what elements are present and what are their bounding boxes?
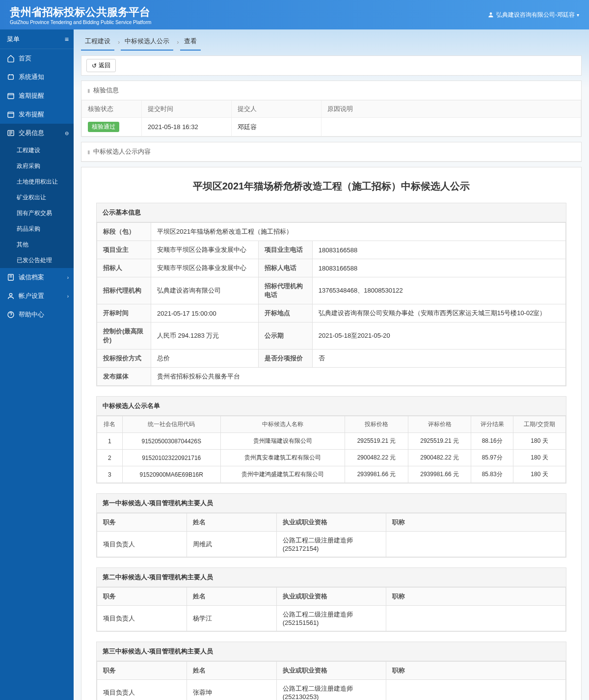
table-row: 项目负责人杨学江公路工程二级注册建造师(252151561): [97, 606, 566, 631]
sidebar-sub-item[interactable]: 工程建设: [0, 142, 74, 158]
verify-table: 核验状态 提交时间 提交人 原因说明 核验通过 2021-05-18 16:32…: [81, 100, 581, 136]
verify-panel-title: 核验信息: [81, 81, 581, 100]
content-panel-title: 中标候选人公示内容: [81, 142, 581, 162]
candidates-table: 排名统一社会信用代码中标候选人名称投标价格评标价格评分结果工期/交货期 1915…: [97, 416, 566, 483]
sidebar-sub-item[interactable]: 矿业权出让: [0, 189, 74, 205]
back-icon: ↺: [92, 62, 97, 69]
app-header: 贵州省招标投标公共服务平台 GuiZhou Province Tendering…: [0, 0, 589, 29]
breadcrumb-item[interactable]: 查看: [180, 37, 201, 51]
sidebar-item-help[interactable]: 帮助中心: [0, 305, 74, 324]
personnel-section: 第二中标候选人-项目管理机构主要人员职务姓名执业或职业资格职称项目负责人杨学江公…: [96, 567, 566, 632]
header-user[interactable]: 弘典建设咨询有限公司-邓廷容 ▾: [487, 11, 579, 19]
table-header: 评分结果: [471, 416, 513, 433]
sidebar-sub-item[interactable]: 其他: [0, 237, 74, 252]
menu-toggle-icon[interactable]: ≡: [65, 29, 69, 49]
verify-th: 核验状态: [82, 101, 142, 118]
table-row: 项目负责人周维武公路工程二级注册建造师(252172154): [97, 532, 566, 557]
app-title-en: GuiZhou Province Tendering and Bidding P…: [10, 20, 151, 25]
chevron-down-icon: ⊖: [65, 131, 69, 136]
table-header: 投标价格: [345, 416, 408, 433]
section-title: 第一中标候选人-项目管理机构主要人员: [97, 494, 566, 513]
chevron-right-icon: ›: [67, 275, 69, 280]
table-header: 评标价格: [408, 416, 471, 433]
chevron-right-icon: ›: [67, 294, 69, 299]
table-row: 2915201023220921716贵州真安泰建筑工程有限公司2900482.…: [97, 450, 566, 466]
table-row: 项目负责人张蓉坤公路工程二级注册建造师(252130253): [97, 680, 566, 700]
app-title-zh: 贵州省招标投标公共服务平台: [10, 5, 151, 20]
personnel-section: 第三中标候选人-项目管理机构主要人员职务姓名执业或职业资格职称项目负责人张蓉坤公…: [96, 642, 566, 700]
verify-th: 原因说明: [321, 101, 581, 118]
sidebar-sub-item[interactable]: 政府采购: [0, 158, 74, 174]
personnel-section: 第一中标候选人-项目管理机构主要人员职务姓名执业或职业资格职称项目负责人周维武公…: [96, 493, 566, 558]
verify-row: 核验通过 2021-05-18 16:32 邓廷容: [82, 118, 581, 136]
table-row: 391520900MA6E69B16R贵州中建鸿盛建筑工程有限公司2939981…: [97, 466, 566, 483]
sidebar-sub-item[interactable]: 已发公告处理: [0, 252, 74, 268]
section-title: 公示基本信息: [97, 203, 566, 222]
user-icon: [487, 11, 494, 18]
svg-rect-2: [8, 93, 14, 99]
main-content: 工程建设 › 中标候选人公示 › 查看 ↺ 返回 核验信息 核验状态 提交时间 …: [74, 29, 589, 700]
basic-info-section: 公示基本信息 标段（包）平坝区2021年猫场桥危桥改造工程（施工招标） 项目业主…: [96, 203, 566, 386]
app-title: 贵州省招标投标公共服务平台 GuiZhou Province Tendering…: [10, 5, 151, 25]
sidebar-sub-item[interactable]: 药品采购: [0, 221, 74, 237]
status-badge: 核验通过: [88, 122, 119, 132]
back-bar: ↺ 返回: [81, 55, 582, 76]
svg-rect-1: [8, 75, 14, 79]
sidebar-item-bell[interactable]: 系统通知: [0, 68, 74, 86]
table-header: 排名: [97, 416, 123, 433]
table-header: 中标候选人名称: [220, 416, 345, 433]
sidebar-menu-header: 菜单 ≡: [0, 29, 74, 49]
sidebar-item-book[interactable]: 诚信档案›: [0, 268, 74, 287]
svg-point-0: [490, 12, 492, 15]
sidebar-item-user[interactable]: 帐户设置›: [0, 287, 74, 305]
sidebar-item-home[interactable]: 首页: [0, 49, 74, 68]
document-panel: 平坝区2021年猫场桥危桥改造工程（施工招标）中标候选人公示 公示基本信息 标段…: [81, 167, 582, 700]
back-button[interactable]: ↺ 返回: [86, 59, 116, 72]
breadcrumb-item[interactable]: 工程建设: [81, 37, 114, 51]
content-header-panel: 中标候选人公示内容: [81, 142, 582, 162]
chevron-down-icon: ▾: [577, 12, 579, 18]
svg-rect-3: [8, 112, 14, 117]
sidebar-item-megaphone[interactable]: 发布提醒: [0, 105, 74, 124]
table-header: 统一社会信用代码: [122, 416, 220, 433]
section-title: 第三中标候选人-项目管理机构主要人员: [97, 642, 566, 661]
section-title: 第二中标候选人-项目管理机构主要人员: [97, 568, 566, 587]
sidebar-sub-item[interactable]: 土地使用权出让: [0, 174, 74, 189]
svg-point-6: [9, 294, 12, 296]
sidebar-item-clock[interactable]: 逾期提醒: [0, 86, 74, 105]
verify-th: 提交时间: [142, 101, 232, 118]
table-header: 工期/交货期: [513, 416, 565, 433]
breadcrumb-item[interactable]: 中标候选人公示: [121, 37, 173, 51]
verify-th: 提交人: [232, 101, 321, 118]
verify-panel: 核验信息 核验状态 提交时间 提交人 原因说明 核验通过 2021-05-18 …: [81, 81, 582, 137]
sidebar-item-folder[interactable]: 交易信息⊖: [0, 124, 74, 142]
sidebar-sub-item[interactable]: 国有产权交易: [0, 205, 74, 221]
section-title: 中标候选人公示名单: [97, 397, 566, 416]
document-title: 平坝区2021年猫场桥危桥改造工程（施工招标）中标候选人公示: [81, 167, 581, 203]
breadcrumb: 工程建设 › 中标候选人公示 › 查看: [81, 34, 582, 53]
sidebar: 菜单 ≡ 首页系统通知逾期提醒发布提醒交易信息⊖工程建设政府采购土地使用权出让矿…: [0, 29, 74, 700]
candidates-section: 中标候选人公示名单 排名统一社会信用代码中标候选人名称投标价格评标价格评分结果工…: [96, 396, 566, 484]
table-row: 191520500308704426S贵州隆瑞建设有限公司2925519.21 …: [97, 433, 566, 450]
